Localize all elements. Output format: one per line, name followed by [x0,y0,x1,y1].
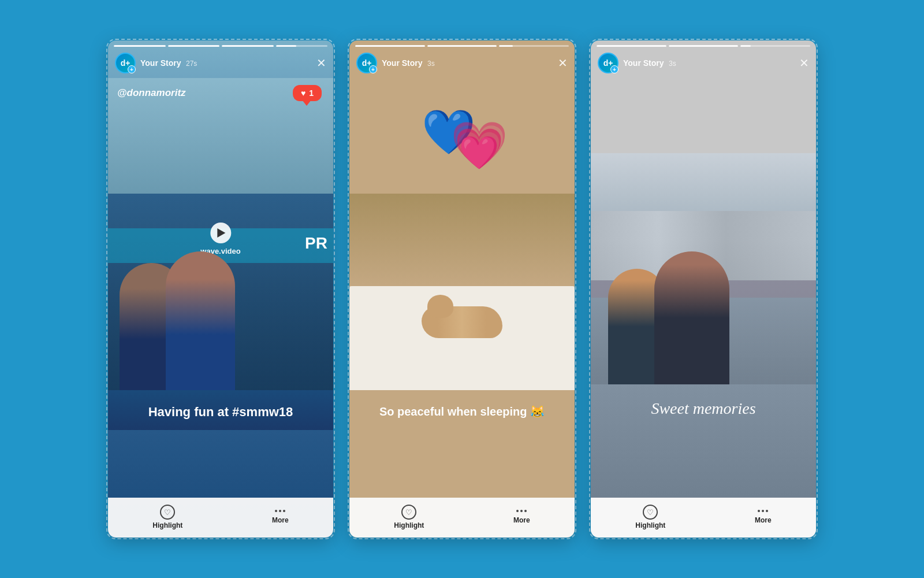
dot-2c [524,510,527,512]
avatar-plus-icon-2: + [369,65,377,73]
story1-caption: Having fun at #smmw18 [108,390,333,430]
progress-fill-3-3 [740,45,751,47]
highlight-icon-2: ♡ [401,505,416,520]
highlight-label-2: Highlight [394,521,424,529]
dot-3a [758,510,760,512]
story-card-3: d+ + Your Story 3s ✕ [591,40,816,538]
progress-track-3-3 [740,45,810,47]
action-bar-2: ♡ Highlight More [349,498,575,538]
progress-track-2-1 [355,45,425,47]
close-button-1[interactable]: ✕ [316,57,326,69]
dot-1c [283,510,285,512]
story2-photo [349,194,575,390]
story-title-2: Your Story [382,58,423,68]
story-title-3: Your Story [623,58,664,68]
heart-icon-1: ♡ [164,508,171,517]
story2-hearts-area: 💙 💗 [349,78,575,194]
dot-1b [279,510,281,512]
caption-text-2: So peaceful when sleeping 😹 [361,404,563,419]
more-label-1: More [272,516,289,524]
highlight-action-3[interactable]: ♡ Highlight [635,505,665,529]
avatar-3: d+ + [598,53,619,73]
progress-fill-2 [168,45,220,47]
cat-figure [422,306,502,338]
story3-caption: Sweet memories [591,384,816,498]
action-bar-1: ♡ Highlight More [108,498,333,538]
dot-3c [766,510,768,512]
progress-track-2-3 [499,45,569,47]
person-right-silhouette [166,251,235,390]
avatar-plus-icon-1: + [128,65,136,73]
story3-photo [591,153,816,384]
highlight-action-1[interactable]: ♡ Highlight [152,505,182,529]
progress-fill-3-2 [669,45,739,47]
progress-fill-2-2 [427,45,497,47]
story-card-1-wrapper: d+ + Your Story 27s ✕ @donnamoritz ♥ 1 [108,40,333,538]
story-time-3: 3s [669,60,676,68]
more-action-2[interactable]: More [513,510,530,524]
progress-fill-2-1 [355,45,425,47]
caption-text-3: Sweet memories [602,398,804,419]
progress-fill-4 [276,45,297,47]
hearts-container: 💙 💗 [404,101,520,171]
story2-caption: So peaceful when sleeping 😹 [349,390,575,428]
notif-heart-icon: ♥ [301,88,305,98]
notif-count: 1 [309,88,314,98]
story-card-3-wrapper: d+ + Your Story 3s ✕ [591,40,816,538]
progress-area-2 [349,40,575,49]
story-card-2-wrapper: d+ + Your Story 3s ✕ 💙 💗 [349,40,575,538]
avatar-plus-icon-3: + [610,65,619,73]
progress-track-2-2 [427,45,497,47]
story1-photo: PR wave.video [108,194,333,390]
more-dots-2 [516,510,527,512]
highlight-label-3: Highlight [635,521,665,529]
notif-triangle [302,100,311,106]
story-time-2: 3s [427,60,435,68]
story3-top-area [591,78,816,153]
close-button-3[interactable]: ✕ [799,57,809,69]
progress-fill-1 [114,45,166,47]
highlight-action-2[interactable]: ♡ Highlight [394,505,424,529]
person3-right-silhouette [654,251,729,384]
progress-track-4 [276,45,328,47]
more-action-3[interactable]: More [755,510,772,524]
progress-track-3-2 [669,45,739,47]
story1-top-area: @donnamoritz ♥ 1 [108,78,333,194]
progress-track-3 [222,45,274,47]
story-header-2: d+ + Your Story 3s ✕ [349,49,575,78]
notification-badge: ♥ 1 [293,85,322,101]
cat-bed [349,286,575,390]
story2-wall [349,194,575,286]
heart-icon-3: ♡ [647,508,654,517]
progress-track-1 [114,45,166,47]
more-action-1[interactable]: More [272,510,289,524]
dot-2a [516,510,519,512]
close-button-2[interactable]: ✕ [558,57,568,69]
more-label-3: More [755,516,772,524]
cat-head [427,295,453,318]
story-card-2: d+ + Your Story 3s ✕ 💙 💗 [349,40,575,538]
progress-track-3-1 [597,45,666,47]
story-title-1: Your Story [140,58,181,68]
heart-icon-2: ♡ [405,508,412,517]
avatar-1: d+ + [115,53,136,73]
more-dots-3 [758,510,768,512]
more-dots-1 [275,510,285,512]
caption-text-1: Having fun at #smmw18 [120,404,322,421]
story-content-1: @donnamoritz ♥ 1 PR wave.video [108,78,333,498]
progress-fill-3-1 [597,45,666,47]
highlight-icon-3: ♡ [643,505,658,520]
progress-fill-3 [222,45,274,47]
story-title-wrap-1: Your Story 27s [140,58,312,68]
avatar-2: d+ + [356,53,377,73]
story-title-wrap-3: Your Story 3s [623,58,795,68]
people3-area [591,240,816,384]
progress-area-1 [108,40,333,49]
story-time-1: 27s [186,60,197,68]
progress-area-3 [591,40,816,49]
story-header-1: d+ + Your Story 27s ✕ [108,49,333,78]
story-header-3: d+ + Your Story 3s ✕ [591,49,816,78]
heart-pink-emoji: 💗 [450,118,508,173]
story-title-wrap-2: Your Story 3s [382,58,553,68]
people-area [108,240,333,390]
